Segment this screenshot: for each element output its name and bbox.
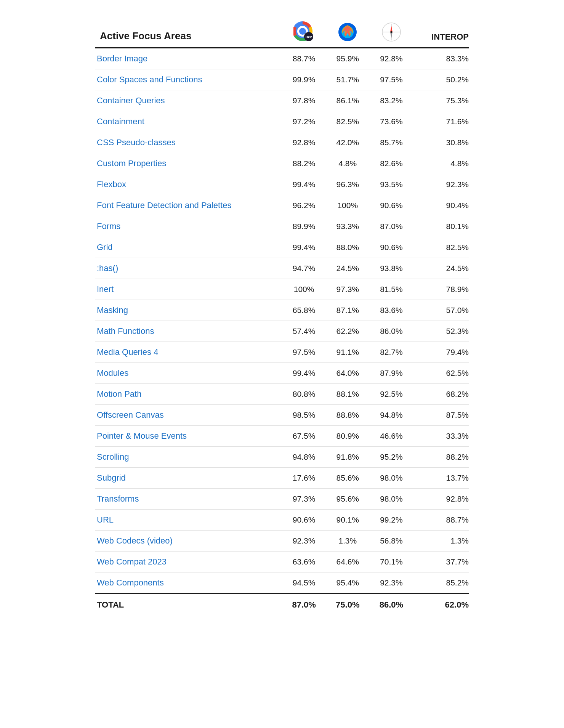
row-v1-7: 96.2% xyxy=(282,195,326,216)
row-name-6[interactable]: Flexbox xyxy=(95,174,282,195)
row-v3-22: 99.2% xyxy=(370,510,413,531)
row-name-16[interactable]: Motion Path xyxy=(95,384,282,405)
row-name-13[interactable]: Math Functions xyxy=(95,321,282,342)
table-row: Font Feature Detection and Palettes 96.2… xyxy=(95,195,469,216)
table-header-row: Active Focus Areas xyxy=(95,15,469,48)
table-row: Web Compat 2023 63.6% 64.6% 70.1% 37.7% xyxy=(95,552,469,572)
row-name-5[interactable]: Custom Properties xyxy=(95,153,282,174)
row-v2-12: 87.1% xyxy=(326,300,370,321)
footer-v1: 87.0% xyxy=(282,593,326,616)
row-v1-13: 57.4% xyxy=(282,321,326,342)
row-v4-22: 88.7% xyxy=(413,510,469,531)
row-v2-10: 24.5% xyxy=(326,258,370,279)
row-v2-9: 88.0% xyxy=(326,237,370,258)
row-v2-18: 80.9% xyxy=(326,426,370,447)
row-v1-10: 94.7% xyxy=(282,258,326,279)
row-v4-20: 13.7% xyxy=(413,468,469,489)
row-v1-12: 65.8% xyxy=(282,300,326,321)
row-v4-21: 92.8% xyxy=(413,489,469,510)
row-v3-18: 46.6% xyxy=(370,426,413,447)
footer-v2: 75.0% xyxy=(326,593,370,616)
row-v1-16: 80.8% xyxy=(282,384,326,405)
main-container: Active Focus Areas xyxy=(95,15,469,713)
table-row: CSS Pseudo-classes 92.8% 42.0% 85.7% 30.… xyxy=(95,132,469,153)
row-name-14[interactable]: Media Queries 4 xyxy=(95,342,282,363)
row-v1-25: 94.5% xyxy=(282,572,326,594)
row-v2-16: 88.1% xyxy=(326,384,370,405)
table-row: Math Functions 57.4% 62.2% 86.0% 52.3% xyxy=(95,321,469,342)
row-v1-6: 99.4% xyxy=(282,174,326,195)
firefox-icon-container xyxy=(330,22,365,42)
row-name-12[interactable]: Masking xyxy=(95,300,282,321)
row-name-10[interactable]: :has() xyxy=(95,258,282,279)
row-name-20[interactable]: Subgrid xyxy=(95,468,282,489)
row-name-25[interactable]: Web Components xyxy=(95,572,282,594)
row-name-2[interactable]: Container Queries xyxy=(95,90,282,111)
row-v3-3: 73.6% xyxy=(370,111,413,132)
row-v2-20: 85.6% xyxy=(326,468,370,489)
table-row: Pointer & Mouse Events 67.5% 80.9% 46.6%… xyxy=(95,426,469,447)
row-v2-3: 82.5% xyxy=(326,111,370,132)
row-name-15[interactable]: Modules xyxy=(95,363,282,384)
row-name-0[interactable]: Border Image xyxy=(95,48,282,69)
row-name-19[interactable]: Scrolling xyxy=(95,447,282,468)
row-v1-14: 97.5% xyxy=(282,342,326,363)
row-v3-7: 90.6% xyxy=(370,195,413,216)
row-v2-6: 96.3% xyxy=(326,174,370,195)
row-v4-17: 87.5% xyxy=(413,405,469,426)
row-v1-19: 94.8% xyxy=(282,447,326,468)
row-v1-22: 90.6% xyxy=(282,510,326,531)
row-v1-15: 99.4% xyxy=(282,363,326,384)
col-header-chrome: Dev xyxy=(282,15,326,48)
row-name-24[interactable]: Web Compat 2023 xyxy=(95,552,282,572)
row-v2-17: 88.8% xyxy=(326,405,370,426)
row-name-22[interactable]: URL xyxy=(95,510,282,531)
row-v1-23: 92.3% xyxy=(282,531,326,552)
footer-v4: 62.0% xyxy=(413,593,469,616)
row-v1-2: 97.8% xyxy=(282,90,326,111)
row-v1-1: 99.9% xyxy=(282,69,326,90)
table-row: Subgrid 17.6% 85.6% 98.0% 13.7% xyxy=(95,468,469,489)
row-v4-18: 33.3% xyxy=(413,426,469,447)
table-row: Web Codecs (video) 92.3% 1.3% 56.8% 1.3% xyxy=(95,531,469,552)
table-row: Container Queries 97.8% 86.1% 83.2% 75.3… xyxy=(95,90,469,111)
row-name-1[interactable]: Color Spaces and Functions xyxy=(95,69,282,90)
row-v1-17: 98.5% xyxy=(282,405,326,426)
chrome-dev-icon: Dev xyxy=(293,21,315,42)
col-header-interop: INTEROP xyxy=(413,15,469,48)
row-name-7[interactable]: Font Feature Detection and Palettes xyxy=(95,195,282,216)
row-v4-13: 52.3% xyxy=(413,321,469,342)
row-v1-18: 67.5% xyxy=(282,426,326,447)
row-name-4[interactable]: CSS Pseudo-classes xyxy=(95,132,282,153)
row-v3-4: 85.7% xyxy=(370,132,413,153)
row-name-3[interactable]: Containment xyxy=(95,111,282,132)
row-name-21[interactable]: Transforms xyxy=(95,489,282,510)
row-v4-24: 37.7% xyxy=(413,552,469,572)
row-name-17[interactable]: Offscreen Canvas xyxy=(95,405,282,426)
row-name-11[interactable]: Inert xyxy=(95,279,282,300)
row-v2-13: 62.2% xyxy=(326,321,370,342)
row-v2-24: 64.6% xyxy=(326,552,370,572)
table-row: Scrolling 94.8% 91.8% 95.2% 88.2% xyxy=(95,447,469,468)
table-row: Motion Path 80.8% 88.1% 92.5% 68.2% xyxy=(95,384,469,405)
row-name-23[interactable]: Web Codecs (video) xyxy=(95,531,282,552)
col-header-firefox xyxy=(326,15,370,48)
table-row: Color Spaces and Functions 99.9% 51.7% 9… xyxy=(95,69,469,90)
row-v3-11: 81.5% xyxy=(370,279,413,300)
row-v3-13: 86.0% xyxy=(370,321,413,342)
safari-icon-container xyxy=(374,22,409,42)
row-name-8[interactable]: Forms xyxy=(95,216,282,237)
row-v2-22: 90.1% xyxy=(326,510,370,531)
row-v2-23: 1.3% xyxy=(326,531,370,552)
row-v2-5: 4.8% xyxy=(326,153,370,174)
row-v4-10: 24.5% xyxy=(413,258,469,279)
row-v4-16: 68.2% xyxy=(413,384,469,405)
row-name-18[interactable]: Pointer & Mouse Events xyxy=(95,426,282,447)
row-v4-3: 71.6% xyxy=(413,111,469,132)
row-v4-0: 83.3% xyxy=(413,48,469,69)
row-v4-9: 82.5% xyxy=(413,237,469,258)
table-row: Custom Properties 88.2% 4.8% 82.6% 4.8% xyxy=(95,153,469,174)
row-name-9[interactable]: Grid xyxy=(95,237,282,258)
table-row: URL 90.6% 90.1% 99.2% 88.7% xyxy=(95,510,469,531)
row-v2-25: 95.4% xyxy=(326,572,370,594)
